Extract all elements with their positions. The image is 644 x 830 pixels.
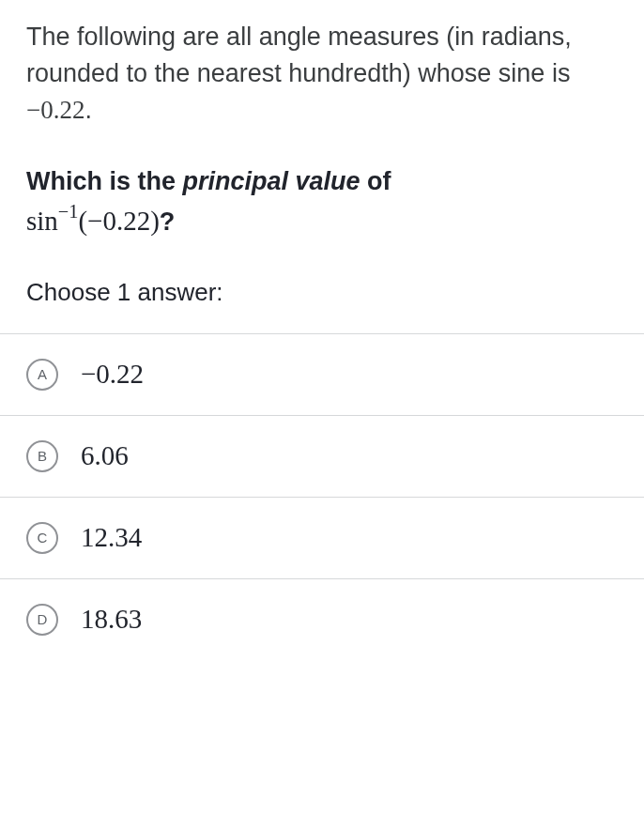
option-text-d: 18.63: [81, 604, 142, 635]
choose-label: Choose 1 answer:: [26, 278, 618, 307]
expr-arg: (−0.22): [78, 206, 159, 236]
option-d[interactable]: D 18.63: [0, 578, 644, 660]
expr-func: sin: [26, 206, 58, 236]
main-text-2: of: [360, 167, 391, 195]
intro-text-1: The following are all angle measures (in…: [26, 23, 572, 87]
option-text-b: 6.06: [81, 440, 129, 471]
option-c[interactable]: C 12.34: [0, 497, 644, 578]
expr-end: ?: [160, 208, 176, 236]
expr-sup: −1: [58, 201, 79, 222]
option-letter-a: A: [26, 359, 58, 391]
question-main: Which is the principal value of sin−1(−0…: [26, 164, 618, 239]
option-a[interactable]: A −0.22: [0, 333, 644, 415]
option-b[interactable]: B 6.06: [0, 415, 644, 497]
question-intro: The following are all angle measures (in…: [26, 19, 618, 129]
intro-text-2: .: [84, 96, 92, 124]
option-text-c: 12.34: [81, 522, 142, 553]
options-list: A −0.22 B 6.06 C 12.34 D 18.63: [0, 333, 644, 660]
option-letter-c: C: [26, 522, 58, 554]
main-emphasis: principal value: [183, 167, 360, 195]
intro-value: −0.22: [26, 96, 84, 124]
math-expression: sin−1(−0.22): [26, 206, 160, 236]
option-letter-b: B: [26, 440, 58, 472]
option-text-a: −0.22: [81, 359, 144, 390]
main-text-1: Which is the: [26, 167, 183, 195]
option-letter-d: D: [26, 604, 58, 636]
